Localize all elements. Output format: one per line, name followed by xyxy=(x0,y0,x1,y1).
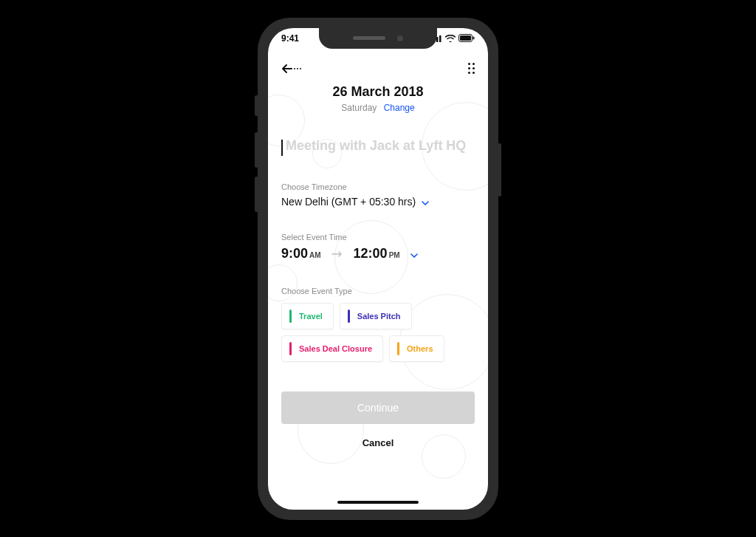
home-indicator[interactable] xyxy=(337,501,419,504)
battery-icon xyxy=(458,34,475,42)
chip-color-bar xyxy=(289,342,292,355)
event-title-input[interactable] xyxy=(281,138,475,154)
event-type-chip[interactable]: Others xyxy=(389,335,444,362)
status-time: 9:41 xyxy=(281,33,299,44)
start-time: 9:00 xyxy=(281,246,308,261)
phone-frame: 9:41 xyxy=(258,18,498,520)
event-title-field[interactable] xyxy=(281,138,475,157)
chevron-down-icon xyxy=(422,196,429,208)
event-time-selector[interactable]: 9:00AM 12:00PM xyxy=(281,246,475,261)
start-ampm: AM xyxy=(309,251,321,259)
timezone-selector[interactable]: New Delhi (GMT + 05:30 hrs) xyxy=(281,196,475,208)
svg-point-8 xyxy=(297,68,298,69)
svg-rect-3 xyxy=(439,35,441,42)
back-button[interactable] xyxy=(281,64,302,74)
continue-button[interactable]: Continue xyxy=(281,391,475,424)
chip-label: Others xyxy=(407,344,433,353)
cancel-button[interactable]: Cancel xyxy=(281,437,475,448)
text-cursor xyxy=(281,140,283,156)
chip-color-bar xyxy=(397,342,399,355)
menu-button[interactable] xyxy=(468,63,475,74)
chip-label: Sales Deal Closure xyxy=(299,344,372,353)
event-time-label: Select Event Time xyxy=(281,233,475,242)
notch xyxy=(319,28,437,49)
event-type-chip[interactable]: Sales Deal Closure xyxy=(281,335,383,362)
event-type-options: TravelSales PitchSales Deal ClosureOther… xyxy=(281,303,475,362)
date-title: 26 March 2018 xyxy=(281,84,475,100)
end-time: 12:00 xyxy=(354,246,388,261)
event-type-label: Choose Event Type xyxy=(281,287,475,295)
svg-point-9 xyxy=(300,68,301,69)
timezone-value: New Delhi (GMT + 05:30 hrs) xyxy=(281,196,416,208)
svg-rect-6 xyxy=(473,37,475,40)
change-date-link[interactable]: Change xyxy=(384,103,415,113)
date-day: Saturday xyxy=(341,103,377,113)
svg-rect-5 xyxy=(460,35,471,41)
timezone-label: Choose Timezone xyxy=(281,182,475,191)
screen: 9:41 xyxy=(268,28,488,510)
event-type-chip[interactable]: Travel xyxy=(281,303,334,329)
side-button xyxy=(255,95,258,116)
end-ampm: PM xyxy=(389,251,400,259)
chip-label: Sales Pitch xyxy=(357,312,401,321)
status-indicators xyxy=(430,34,475,42)
chevron-down-icon xyxy=(410,248,418,260)
wifi-icon xyxy=(445,35,456,42)
event-type-chip[interactable]: Sales Pitch xyxy=(340,303,412,329)
side-button xyxy=(498,143,501,196)
chip-color-bar xyxy=(348,309,350,323)
chip-color-bar xyxy=(289,309,292,323)
svg-point-7 xyxy=(294,68,295,69)
side-button xyxy=(255,177,258,212)
arrow-right-icon xyxy=(331,248,343,260)
chip-label: Travel xyxy=(299,312,323,321)
side-button xyxy=(255,132,258,168)
